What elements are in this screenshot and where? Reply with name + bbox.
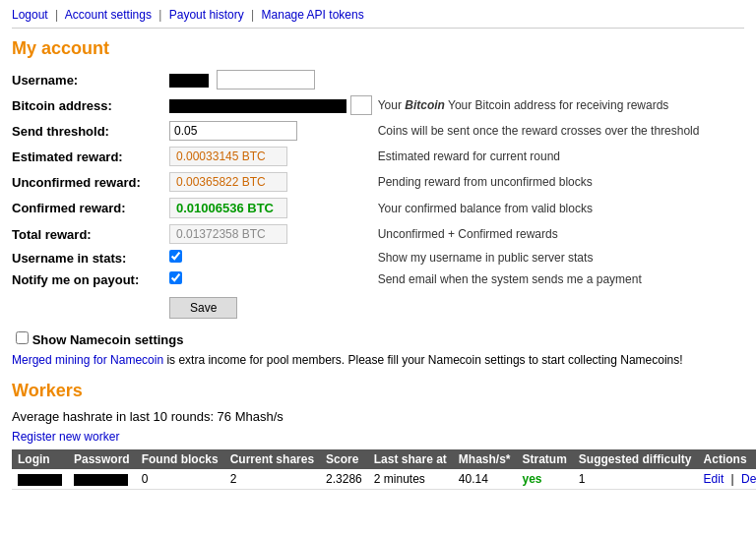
col-password: Password (68, 449, 136, 469)
worker-stratum: yes (517, 469, 573, 490)
worker-found-blocks: 0 (136, 469, 224, 490)
send-threshold-row: Send threshold: Coins will be sent once … (12, 118, 705, 144)
confirmed-reward-desc: Your confirmed balance from valid blocks (378, 195, 706, 221)
username-row: Username: (12, 67, 705, 92)
bitcoin-address-input-cell (169, 92, 378, 118)
nav-account-settings[interactable]: Account settings (65, 8, 152, 22)
workers-section: Workers Average hashrate in last 10 roun… (12, 381, 744, 490)
estimated-reward-label: Estimated reward: (12, 144, 169, 169)
col-login: Login (12, 449, 68, 469)
col-suggested-difficulty: Suggested difficulty (573, 449, 698, 469)
total-reward-label: Total reward: (12, 221, 169, 247)
bitcoin-bold: Bitcoin (405, 98, 445, 112)
col-actions: Actions (698, 449, 756, 469)
username-input-cell (169, 67, 378, 92)
send-threshold-label: Send threshold: (12, 118, 169, 144)
col-score: Score (320, 449, 368, 469)
nav-logout[interactable]: Logout (12, 8, 48, 22)
send-threshold-desc: Coins will be sent once the reward cross… (378, 118, 706, 144)
estimated-reward-row: Estimated reward: 0.00033145 BTC Estimat… (12, 144, 705, 169)
username-label: Username: (12, 67, 169, 92)
confirmed-reward-value-cell: 0.01006536 BTC (169, 195, 378, 221)
table-row: 0 2 2.3286 2 minutes 40.14 yes 1 Edit | … (12, 469, 756, 490)
account-fields-table: Username: Bitcoin address: Your Bitcoin … (12, 67, 705, 322)
account-title: My account (12, 38, 744, 59)
total-reward-desc: Unconfirmed + Confirmed rewards (378, 221, 706, 247)
username-redacted (169, 74, 209, 88)
workers-table-body: 0 2 2.3286 2 minutes 40.14 yes 1 Edit | … (12, 469, 756, 490)
total-reward-row: Total reward: 0.01372358 BTC Unconfirmed… (12, 221, 705, 247)
estimated-reward-desc: Estimated reward for current round (378, 144, 706, 169)
save-button-cell: Save (169, 290, 378, 322)
col-last-share: Last share at (368, 449, 453, 469)
send-threshold-input[interactable] (169, 121, 297, 141)
username-in-stats-label: Username in stats: (12, 247, 169, 268)
username-in-stats-checkbox-cell (169, 247, 378, 268)
account-section: My account Username: Bitcoin address: Yo… (12, 38, 744, 367)
worker-score: 2.3286 (320, 469, 368, 490)
unconfirmed-reward-value-cell: 0.00365822 BTC (169, 169, 378, 195)
nav-manage-api-tokens[interactable]: Manage API tokens (262, 8, 364, 22)
username-in-stats-row: Username in stats: Show my username in p… (12, 247, 705, 268)
namecoin-desc: Merged mining for Namecoin is extra inco… (12, 353, 744, 367)
username-in-stats-desc: Show my username in public server stats (378, 247, 706, 268)
bitcoin-address-row: Bitcoin address: Your Bitcoin Your Bitco… (12, 92, 705, 118)
bitcoin-address-label: Bitcoin address: (12, 92, 169, 118)
worker-password (68, 469, 136, 490)
workers-table-header: Login Password Found blocks Current shar… (12, 449, 756, 469)
worker-current-shares: 2 (224, 469, 320, 490)
worker-login (12, 469, 68, 490)
namecoin-section: Show Namecoin settings Merged mining for… (12, 331, 744, 367)
namecoin-description: is extra income for pool members. Please… (163, 353, 683, 367)
col-current-shares: Current shares (224, 449, 320, 469)
notify-on-payout-checkbox-cell (169, 268, 378, 290)
worker-mhash: 40.14 (453, 469, 517, 490)
namecoin-label: Show Namecoin settings (16, 332, 184, 347)
nav-payout-history[interactable]: Payout history (169, 8, 244, 22)
worker-login-redacted (18, 474, 62, 486)
estimated-reward-value: 0.00033145 BTC (169, 147, 287, 166)
worker-delete-link[interactable]: Delete (741, 472, 756, 486)
bitcoin-address-redacted (169, 99, 346, 113)
save-button[interactable]: Save (169, 297, 237, 319)
notify-on-payout-label: Notify me on payout: (12, 268, 169, 290)
confirmed-reward-row: Confirmed reward: 0.01006536 BTC Your co… (12, 195, 705, 221)
col-found-blocks: Found blocks (136, 449, 224, 469)
register-new-worker-link[interactable]: Register new worker (12, 430, 744, 444)
worker-last-share: 2 minutes (368, 469, 453, 490)
workers-title: Workers (12, 381, 744, 401)
worker-suggested-difficulty: 1 (573, 469, 698, 490)
bitcoin-address-desc: Your Bitcoin Your Bitcoin address for re… (378, 92, 706, 118)
hashrate-text: Average hashrate in last 10 rounds: 76 M… (12, 409, 744, 424)
notify-on-payout-desc: Send email when the system sends me a pa… (378, 268, 706, 290)
unconfirmed-reward-desc: Pending reward from unconfirmed blocks (378, 169, 706, 195)
username-input[interactable] (217, 70, 315, 90)
nav-bar: Logout | Account settings | Payout histo… (12, 8, 744, 29)
username-in-stats-checkbox[interactable] (169, 250, 182, 263)
worker-password-redacted (74, 474, 128, 486)
unconfirmed-reward-row: Unconfirmed reward: 0.00365822 BTC Pendi… (12, 169, 705, 195)
unconfirmed-reward-value: 0.00365822 BTC (169, 172, 287, 192)
save-row: Save (12, 290, 705, 322)
workers-table: Login Password Found blocks Current shar… (12, 449, 756, 490)
col-stratum: Stratum (517, 449, 573, 469)
total-reward-value: 0.01372358 BTC (169, 224, 287, 244)
send-threshold-input-cell (169, 118, 378, 144)
notify-on-payout-checkbox[interactable] (169, 271, 182, 284)
namecoin-checkbox[interactable] (16, 331, 29, 344)
confirmed-reward-value: 0.01006536 BTC (169, 198, 287, 218)
bitcoin-address-extra-input[interactable] (350, 95, 372, 115)
confirmed-reward-label: Confirmed reward: (12, 195, 169, 221)
estimated-reward-value-cell: 0.00033145 BTC (169, 144, 378, 169)
total-reward-value-cell: 0.01372358 BTC (169, 221, 378, 247)
workers-header-row: Login Password Found blocks Current shar… (12, 449, 756, 469)
unconfirmed-reward-label: Unconfirmed reward: (12, 169, 169, 195)
col-mhash: Mhash/s* (453, 449, 517, 469)
worker-edit-link[interactable]: Edit (704, 472, 724, 486)
notify-on-payout-row: Notify me on payout: Send email when the… (12, 268, 705, 290)
worker-actions: Edit | Delete (698, 469, 756, 490)
namecoin-link[interactable]: Merged mining for Namecoin (12, 353, 163, 367)
